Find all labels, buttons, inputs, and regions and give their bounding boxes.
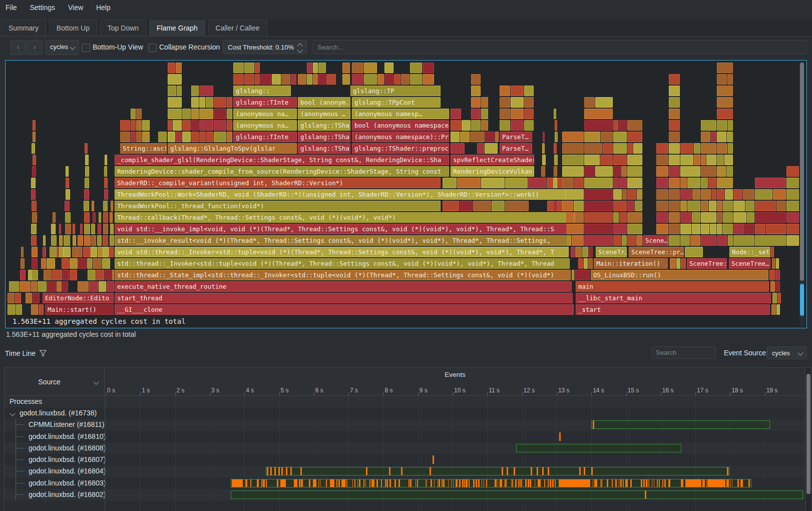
flame-block[interactable] [635, 201, 642, 211]
flame-block[interactable] [93, 212, 96, 223]
flame-block[interactable] [99, 212, 101, 223]
flame-block[interactable] [451, 120, 461, 131]
flame-block[interactable] [562, 178, 574, 188]
flame-block[interactable] [555, 120, 557, 131]
flame-block[interactable] [627, 201, 634, 211]
flame-block[interactable] [214, 132, 226, 142]
flame-block[interactable] [619, 120, 627, 131]
flame-block[interactable] [694, 143, 700, 154]
flame-block[interactable] [572, 235, 584, 246]
flame-block[interactable] [307, 63, 312, 73]
flame-block[interactable] [78, 258, 87, 269]
flame-block[interactable] [562, 143, 584, 154]
flame-block[interactable] [717, 235, 727, 246]
flame-block[interactable] [59, 224, 61, 234]
event-type-combobox[interactable]: cycles [45, 40, 79, 55]
tab-bottom-up[interactable]: Bottom Up [49, 20, 97, 36]
flame-block[interactable] [33, 155, 36, 165]
flame-block[interactable] [613, 166, 621, 177]
flame-block[interactable] [622, 235, 627, 246]
flame-bar[interactable]: glslang::TInte [233, 97, 297, 108]
flame-bar[interactable]: (anonymous namesp… [352, 109, 449, 119]
flame-block[interactable] [627, 224, 642, 234]
flame-block[interactable] [656, 143, 668, 154]
flame-block[interactable] [173, 120, 182, 131]
flame-bar[interactable]: RenderingDevice::shader_compile_from_sou… [115, 166, 449, 177]
flame-block[interactable] [786, 224, 799, 234]
flame-block[interactable] [621, 166, 627, 177]
flame-block[interactable] [772, 293, 777, 303]
flame-block[interactable] [342, 63, 350, 73]
flame-block[interactable] [136, 109, 142, 119]
flame-block[interactable] [451, 143, 465, 154]
flame-block[interactable] [669, 109, 680, 119]
flame-block[interactable] [680, 143, 693, 154]
flame-block[interactable] [272, 74, 281, 85]
flame-bar[interactable]: (anonymous na… [233, 120, 297, 131]
flame-block[interactable] [766, 224, 786, 234]
flame-block[interactable] [136, 120, 142, 131]
flame-block[interactable] [85, 166, 89, 177]
flame-block[interactable] [65, 201, 70, 211]
flame-block[interactable] [717, 178, 733, 188]
flame-block[interactable] [669, 166, 680, 177]
flame-bar[interactable]: glslang::TShader::preproc [352, 143, 449, 154]
flame-block[interactable] [776, 201, 786, 211]
flame-block[interactable] [85, 178, 89, 188]
flame-block[interactable] [21, 258, 25, 269]
tab-caller-callee[interactable]: Caller / Callee [208, 20, 267, 36]
flame-block[interactable] [206, 97, 213, 108]
flame-block[interactable] [32, 212, 37, 223]
flame-block[interactable] [627, 189, 636, 200]
flame-bar[interactable]: _start [576, 304, 770, 315]
timeline-row-label[interactable]: godot.linuxbsd. (#16803) [29, 479, 106, 487]
flame-block[interactable] [158, 132, 167, 142]
flame-block[interactable] [107, 281, 114, 292]
flame-bar[interactable]: Scene… [643, 235, 668, 246]
flame-bar[interactable]: ParseT… [500, 143, 532, 154]
flame-block[interactable] [726, 166, 733, 177]
flame-block[interactable] [443, 178, 457, 188]
flame-block[interactable] [669, 189, 680, 200]
flame-block[interactable] [500, 109, 510, 119]
flame-block[interactable] [112, 270, 114, 280]
flame-block[interactable] [710, 224, 716, 234]
flame-block[interactable] [743, 189, 754, 200]
flame-block[interactable] [733, 189, 742, 200]
flame-block[interactable] [64, 235, 70, 246]
flame-block[interactable] [103, 224, 108, 234]
flame-block[interactable] [619, 212, 627, 223]
flame-block[interactable] [191, 120, 199, 131]
timeline-bar[interactable] [516, 444, 682, 452]
flame-block[interactable] [676, 258, 680, 269]
flame-block[interactable] [99, 281, 106, 292]
flame-block[interactable] [613, 178, 619, 188]
flame-block[interactable] [717, 201, 722, 211]
flame-block[interactable] [717, 97, 733, 108]
flame-block[interactable] [669, 212, 680, 223]
flame-block[interactable] [32, 143, 35, 154]
flame-block[interactable] [62, 281, 68, 292]
flame-block[interactable] [701, 178, 708, 188]
flame-block[interactable] [603, 143, 613, 154]
flame-block[interactable] [595, 97, 613, 108]
flame-block[interactable] [47, 281, 56, 292]
flame-block[interactable] [728, 120, 733, 131]
flame-block[interactable] [613, 143, 627, 154]
flame-block[interactable] [717, 166, 726, 177]
flame-block[interactable] [227, 120, 232, 131]
flame-block[interactable] [481, 120, 488, 131]
flame-block[interactable] [601, 132, 613, 142]
flame-block[interactable] [589, 247, 593, 257]
flame-block[interactable] [690, 235, 700, 246]
flame-block[interactable] [680, 178, 687, 188]
flame-block[interactable] [41, 258, 46, 269]
flame-block[interactable] [191, 109, 199, 119]
flame-block[interactable] [31, 281, 37, 292]
flame-block[interactable] [733, 212, 746, 223]
flame-block[interactable] [584, 155, 600, 165]
flame-block[interactable] [717, 132, 726, 142]
flame-block[interactable] [72, 247, 77, 257]
flame-bar[interactable]: std::thread::_Invoker<std::tuple<void (*… [115, 258, 570, 269]
flame-block[interactable] [471, 109, 481, 119]
